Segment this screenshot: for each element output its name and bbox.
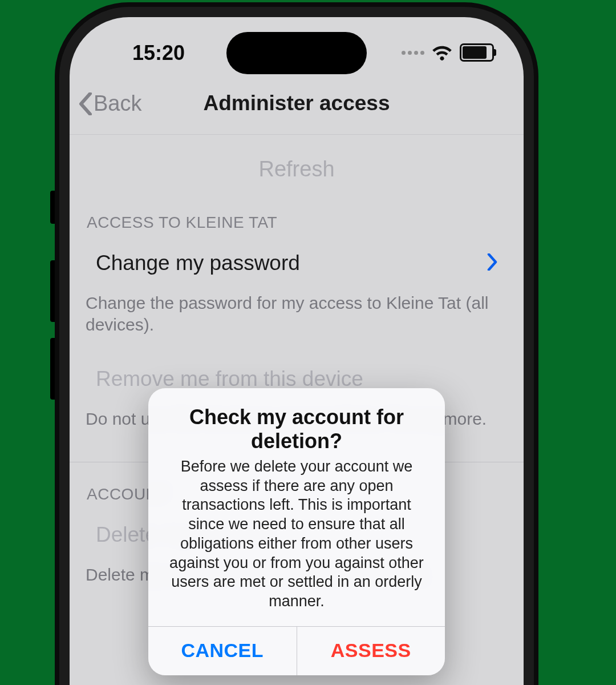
assess-button[interactable]: ASSESS — [297, 627, 445, 675]
screen: 15:20 Back Administer access Ref — [70, 17, 524, 685]
alert-message: Before we delete your account we assess … — [164, 457, 429, 611]
alert-buttons: CANCEL ASSESS — [148, 626, 445, 675]
cancel-button[interactable]: CANCEL — [148, 627, 297, 675]
side-button-volume-down — [50, 338, 55, 400]
side-button-volume-up — [50, 260, 55, 322]
phone-frame: 15:20 Back Administer access Ref — [55, 2, 538, 685]
alert-dialog: Check my account for deletion? Before we… — [148, 388, 445, 675]
side-button-mute — [50, 191, 55, 224]
alert-title: Check my account for deletion? — [164, 405, 429, 454]
dynamic-island — [226, 32, 367, 74]
